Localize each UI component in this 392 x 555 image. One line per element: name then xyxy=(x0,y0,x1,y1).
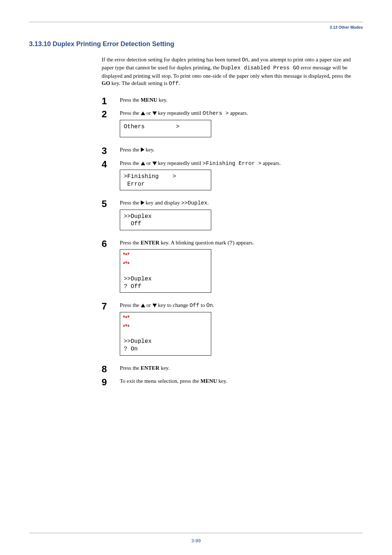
display-value: >>Duplex xyxy=(181,200,207,206)
blink-icon: ▴▾▴ xyxy=(123,323,130,328)
step-body: Press the or key repeatedly until Others… xyxy=(120,109,356,142)
step-body: Press the or key repeatedly until >Finis… xyxy=(120,159,356,196)
step-text: key repeatedly until xyxy=(157,160,203,166)
step-text: key. xyxy=(157,97,167,103)
key-enter: ENTER xyxy=(141,240,160,246)
step-number: 9 xyxy=(102,377,120,387)
step-body: Press the or key to change Off to On. ▾▴… xyxy=(120,301,356,360)
step-4: 4 Press the or key repeatedly until >Fin… xyxy=(102,159,356,196)
step-5: 5 Press the key and display >>Duplex. >>… xyxy=(102,199,356,235)
lcd-display: ▾▴▾ ▴▾▴ >>Duplex ? On xyxy=(120,312,211,356)
intro-text: If the error detection setting for duple… xyxy=(102,57,242,62)
step-body: To exit the menu selection, press the ME… xyxy=(120,377,356,387)
blink-icon: ▾▴▾ xyxy=(123,252,130,256)
step-text: Press the xyxy=(120,97,141,103)
step-number: 7 xyxy=(102,301,120,311)
step-text: key to change xyxy=(157,302,190,308)
step-text: Press the xyxy=(120,110,141,116)
step-list: 1 Press the MENU key. 2 Press the or key… xyxy=(102,96,356,387)
step-text: Press the xyxy=(120,160,141,166)
step-text: Press the xyxy=(120,302,141,308)
step-text: . xyxy=(207,200,209,206)
lcd-display: Others > xyxy=(120,120,211,138)
intro-code-err: Duplex disabled Press GO xyxy=(221,65,299,71)
section-title-text: Duplex Printing Error Detection Setting xyxy=(53,40,174,48)
lcd-line: >Finishing > xyxy=(124,173,176,180)
step-number: 3 xyxy=(102,146,120,155)
lcd-line: Error xyxy=(124,181,145,187)
blink-icon: ▴▾▴ xyxy=(123,260,130,265)
intro-code-off: Off xyxy=(169,81,179,87)
down-arrow-icon xyxy=(152,162,157,165)
step-body: Press the ENTER key. xyxy=(120,364,356,374)
display-value: On xyxy=(207,303,213,309)
step-8: 8 Press the ENTER key. xyxy=(102,364,356,374)
up-arrow-icon xyxy=(141,162,145,165)
step-text: key. xyxy=(159,365,170,371)
key-go: GO xyxy=(102,80,110,86)
step-body: Press the key and display >>Duplex. >>Du… xyxy=(120,199,356,235)
step-number: 6 xyxy=(102,239,120,248)
step-2: 2 Press the or key repeatedly until Othe… xyxy=(102,109,356,142)
step-text: to xyxy=(199,302,206,308)
step-text: Press the xyxy=(120,365,141,371)
intro-text: key. The default setting is xyxy=(110,80,169,86)
step-text: ) appears. xyxy=(233,240,254,246)
section-heading: 3.13.10 Duplex Printing Error Detection … xyxy=(29,40,363,48)
step-text: key and display xyxy=(144,200,181,206)
step-text: appears. xyxy=(229,110,248,116)
display-value: ? xyxy=(229,240,233,246)
key-enter: ENTER xyxy=(141,365,160,371)
page-number: 3-99 xyxy=(0,538,392,543)
step-text: . xyxy=(213,302,215,308)
down-arrow-icon xyxy=(152,112,157,115)
step-text: appears. xyxy=(261,160,281,166)
step-number: 2 xyxy=(102,109,120,119)
display-value: Off xyxy=(189,303,199,309)
lcd-line: Others > xyxy=(124,123,180,130)
lcd-line: >>Duplex xyxy=(124,213,152,220)
lcd-line: ? Off xyxy=(124,283,141,290)
lcd-line: >>Duplex xyxy=(124,338,152,345)
key-menu: MENU xyxy=(141,97,158,103)
breadcrumb: 3.13 Other Modes xyxy=(29,25,363,29)
step-text: or xyxy=(145,160,152,166)
down-arrow-icon xyxy=(152,304,157,307)
step-6: 6 Press the ENTER key. A blinking questi… xyxy=(102,239,356,298)
up-arrow-icon xyxy=(141,112,145,115)
step-number: 8 xyxy=(102,364,120,374)
footer-rule xyxy=(29,533,363,533)
step-3: 3 Press the key. xyxy=(102,146,356,155)
step-body: Press the MENU key. xyxy=(120,96,356,106)
right-arrow-icon xyxy=(141,200,144,205)
section-number: 3.13.10 xyxy=(29,40,51,48)
lcd-line: >>Duplex xyxy=(124,276,152,282)
intro-paragraph: If the error detection setting for duple… xyxy=(102,56,356,88)
lcd-display: >>Duplex Off xyxy=(120,210,211,231)
step-text: or xyxy=(145,110,152,116)
step-body: Press the ENTER key. A blinking question… xyxy=(120,239,356,298)
step-number: 1 xyxy=(102,96,120,106)
step-number: 4 xyxy=(102,159,120,169)
step-text: Press the xyxy=(120,147,141,153)
step-7: 7 Press the or key to change Off to On. … xyxy=(102,301,356,360)
step-text: key. xyxy=(144,147,155,153)
display-value: >Finishing Error > xyxy=(203,161,261,167)
lcd-line: ? On xyxy=(124,346,138,352)
step-9: 9 To exit the menu selection, press the … xyxy=(102,377,356,387)
step-number: 5 xyxy=(102,199,120,208)
right-arrow-icon xyxy=(141,147,144,152)
step-text: Press the xyxy=(120,200,141,206)
step-text: key. A blinking question mark ( xyxy=(159,240,229,246)
display-value: Others > xyxy=(203,110,229,117)
intro-code-on: On xyxy=(242,57,248,63)
key-menu: MENU xyxy=(200,378,217,384)
step-text: key repeatedly until xyxy=(157,110,203,116)
step-text: key. xyxy=(217,378,227,384)
intro-text: . xyxy=(179,80,180,86)
step-body: Press the key. xyxy=(120,146,356,155)
page: 3.13 Other Modes 3.13.10 Duplex Printing… xyxy=(0,0,392,555)
step-1: 1 Press the MENU key. xyxy=(102,96,356,106)
step-text: Press the xyxy=(120,240,141,246)
step-text: or xyxy=(145,302,152,308)
